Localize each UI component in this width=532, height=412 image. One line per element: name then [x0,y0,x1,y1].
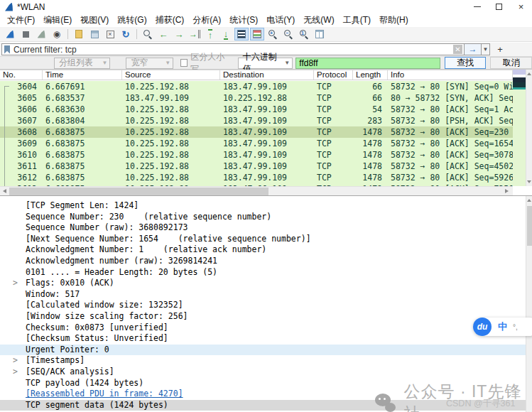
packet-row[interactable]: 36046.66769110.225.192.88183.47.99.109TC… [0,81,513,92]
packet-row[interactable]: 36116.68387510.225.192.88183.47.99.109TC… [0,161,513,172]
cancel-button[interactable]: 取消 [490,57,532,69]
detail-line[interactable]: [Next Sequence Number: 1654 (relative se… [0,234,526,245]
detail-line[interactable]: 0101 .... = Header Length: 20 bytes (5) [0,267,526,278]
auto-scroll-button[interactable] [234,28,249,40]
clear-filter-icon[interactable]: ✕ [453,45,462,54]
close-file-button[interactable]: × [103,28,117,40]
column-header-destination[interactable]: Destination [220,70,314,80]
menu-item[interactable]: 分析(A) [188,13,225,28]
find-scope-select[interactable]: 分组列表 ▼ [54,58,110,69]
search-input[interactable] [295,58,440,69]
detail-line[interactable]: [Window size scaling factor: 256] [0,311,526,322]
find-button[interactable]: 查找 [445,57,487,69]
cell-length: 1478 [353,138,388,149]
menu-item[interactable]: 视图(V) [76,13,113,28]
detail-line[interactable]: >[Timestamps] [0,355,526,367]
column-header-time[interactable]: Time [43,70,122,80]
menu-item[interactable]: 帮助(H) [375,13,413,28]
packet-row[interactable]: 36126.68387510.225.192.88183.47.99.109TC… [0,172,513,183]
scroll-down-icon[interactable] [527,180,531,183]
packet-row[interactable]: 36096.68387510.225.192.88183.47.99.109TC… [0,138,513,149]
detail-line[interactable]: Sequence Number: 230 (relative sequence … [0,212,526,223]
packet-row[interactable]: 36066.68363010.225.192.88183.47.99.109TC… [0,104,513,115]
expander-icon[interactable]: > [13,278,18,289]
baidu-ime-logo-icon[interactable]: du [473,318,492,336]
menu-item[interactable]: 工具(T) [339,13,375,28]
scroll-up-icon[interactable] [527,199,531,202]
minimize-icon[interactable] [466,0,488,13]
scroll-left-icon[interactable] [3,189,6,193]
colorize-button[interactable] [250,28,264,40]
menu-item[interactable]: 文件(F) [3,13,39,28]
packet-row[interactable]: 36086.68387510.225.192.88183.47.99.109TC… [0,126,513,138]
start-capture-button[interactable] [3,28,17,40]
open-file-button[interactable] [72,28,86,40]
resize-columns-button[interactable] [313,28,327,40]
previous-packet-button[interactable]: ← [156,28,170,40]
detail-line[interactable]: Checksum: 0x0873 [unverified] [0,322,526,334]
packet-row[interactable]: 36106.68387510.225.192.88183.47.99.109TC… [0,149,513,161]
detail-line[interactable]: >[SEQ/ACK analysis] [0,367,526,378]
detail-line[interactable]: [Checksum Status: Unverified] [0,333,526,345]
zoom-in-button[interactable]: + [266,28,280,40]
zoom-out-button[interactable]: − [281,28,295,40]
packet-list-hscrollbar[interactable] [0,186,513,195]
menu-item[interactable]: 无线(W) [299,13,338,28]
next-packet-button[interactable]: → [172,28,186,40]
detail-line[interactable]: Acknowledgment number (raw): 3269814241 [0,256,526,267]
go-to-packet-button[interactable]: → [188,28,202,40]
detail-scrollbar-thumb[interactable] [527,206,532,246]
cell-info: 58732 → 80 [ACK] Seq=230 Ack [388,126,513,138]
save-file-button[interactable] [87,28,102,40]
close-icon[interactable]: × [510,0,532,13]
detail-line[interactable]: [Calculated window size: 132352] [0,300,526,311]
frame-link[interactable]: [Reassembled PDU in frame: 4270] [26,389,183,399]
ime-mode-indicator[interactable]: 中 [498,320,507,333]
menu-item[interactable]: 统计(S) [225,13,262,28]
detail-line[interactable]: Window: 517 [0,289,526,300]
packet-list-scrollbar[interactable] [526,70,532,186]
hscrollbar-thumb[interactable] [9,188,268,195]
detail-line[interactable]: Acknowledgment Number: 1 (relative ack n… [0,244,526,256]
detail-text: TCP payload (1424 bytes) [26,378,143,388]
menu-item[interactable]: 编辑(E) [39,13,76,28]
scroll-up-icon[interactable] [527,72,531,75]
find-charwidth-select[interactable]: 宽窄 ▼ [126,58,173,69]
column-header-source[interactable]: Source [122,70,220,80]
column-header-length[interactable]: Length [353,70,388,80]
packet-list-scrollbar-minimap[interactable] [513,70,526,186]
capture-options-button[interactable]: ◉ [50,28,64,40]
expander-icon[interactable]: > [13,355,18,367]
packet-row[interactable]: 36056.683537183.47.99.10910.225.192.88TC… [0,92,513,104]
expander-icon[interactable]: > [13,367,18,378]
filter-dropdown-icon[interactable]: ▼ [482,43,490,55]
column-header-no[interactable]: No. [0,70,43,80]
add-filter-button[interactable]: + [494,44,506,55]
detail-line[interactable]: [TCP Segment Len: 1424] [0,200,526,212]
detail-line[interactable]: >Flags: 0x010 (ACK) [0,278,526,289]
detail-line[interactable]: Sequence Number (raw): 3680892173 [0,222,526,234]
bookmark-icon[interactable] [4,45,10,54]
menu-item[interactable]: 捕获(C) [151,13,189,28]
scroll-right-icon[interactable] [505,189,509,193]
menu-item[interactable]: 跳转(G) [113,13,151,28]
column-header-info[interactable]: Info [388,70,513,80]
display-filter-input[interactable]: Current filter: tcp ✕ [1,43,465,55]
menu-item[interactable]: 电话(Y) [262,13,299,28]
zoom-reset-button[interactable]: 1 [297,28,311,40]
stop-capture-button[interactable] [18,28,33,40]
packet-row[interactable]: 36076.68380410.225.192.88183.47.99.109TC… [0,115,513,126]
restart-capture-button[interactable] [34,28,48,40]
last-packet-button[interactable]: ↓ [219,28,233,40]
apply-filter-button[interactable]: → [465,43,482,55]
ime-punctuation-indicator[interactable]: °, [513,323,518,331]
detail-line[interactable]: Urgent Pointer: 0 [0,345,526,356]
search-type-select[interactable]: 十六进制值 ▼ [238,58,293,69]
column-header-protocol[interactable]: Protocol [314,70,353,80]
maximize-icon[interactable] [488,0,510,13]
detail-scrollbar[interactable] [526,196,532,412]
reload-button[interactable]: ↻ [119,28,133,40]
first-packet-button[interactable]: ↑ [203,28,217,40]
find-packet-button[interactable] [141,28,155,40]
case-sensitive-checkbox[interactable] [180,59,188,67]
